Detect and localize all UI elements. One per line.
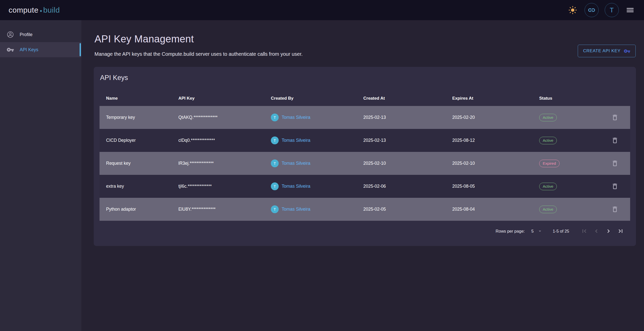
cell-api-key: QtAKQ.**************: [178, 115, 271, 120]
previous-page-button[interactable]: [590, 225, 602, 237]
delete-key-button[interactable]: [610, 112, 620, 123]
cell-created-by: T Tomas Silveira: [271, 182, 363, 190]
cell-status: Active: [539, 137, 600, 144]
chevron-right-icon: [605, 228, 612, 235]
first-page-button[interactable]: [578, 225, 590, 237]
card-title: API Keys: [100, 74, 630, 82]
column-header-created-at: Created At: [363, 96, 452, 101]
rows-per-page-select[interactable]: 5: [531, 228, 543, 234]
table-row: Temporary key QtAKQ.************** T Tom…: [100, 106, 630, 129]
cell-name: extra key: [106, 184, 178, 189]
create-api-key-button[interactable]: CREATE API KEY: [578, 45, 636, 57]
avatar: T: [271, 114, 279, 121]
sidebar-item-api-keys[interactable]: API Keys: [0, 42, 81, 57]
cell-expires-at: 2025-08-05: [452, 184, 539, 189]
cell-status: Expired: [539, 160, 600, 167]
status-badge: Active: [539, 206, 557, 213]
page-subtitle: Manage the API keys that the Compute.bui…: [94, 51, 644, 57]
cell-api-key: tjI6c.**************: [178, 184, 271, 189]
cell-name: CICD Deployer: [106, 138, 178, 143]
table-body: Temporary key QtAKQ.************** T Tom…: [100, 106, 630, 221]
created-by-link[interactable]: Tomas Silveira: [282, 138, 310, 143]
created-by-link[interactable]: Tomas Silveira: [282, 161, 310, 166]
status-badge: Active: [539, 114, 557, 121]
last-page-button[interactable]: [615, 225, 627, 237]
sidebar-item-profile[interactable]: Profile: [0, 27, 81, 42]
cell-status: Active: [539, 206, 600, 213]
api-keys-card: API Keys Name API Key Created By Created…: [94, 67, 636, 246]
avatar: T: [271, 205, 279, 213]
api-keys-table: Name API Key Created By Created At Expir…: [100, 91, 630, 221]
cell-expires-at: 2025-02-20: [452, 115, 539, 120]
delete-key-button[interactable]: [610, 158, 620, 169]
sidebar: Profile API Keys: [0, 20, 81, 331]
avatar: T: [271, 136, 279, 144]
top-navbar: compute build: [0, 0, 644, 20]
created-by-link[interactable]: Tomas Silveira: [282, 115, 310, 120]
cell-actions: [600, 112, 630, 123]
cell-expires-at: 2025-08-12: [452, 138, 539, 143]
logo-text-primary: compute: [9, 6, 39, 14]
column-header-created-by: Created By: [271, 96, 363, 101]
sun-icon: [568, 6, 577, 14]
delete-key-button[interactable]: [610, 181, 620, 191]
cell-api-key: clDq0.**************: [178, 138, 271, 143]
key-icon: [7, 46, 14, 53]
table-header-row: Name API Key Created By Created At Expir…: [100, 91, 630, 106]
status-badge: Active: [539, 183, 557, 190]
cell-actions: [600, 135, 630, 146]
delete-key-button[interactable]: [610, 204, 620, 214]
cell-created-at: 2025-02-05: [363, 207, 452, 212]
table-row: CICD Deployer clDq0.************** T Tom…: [100, 129, 630, 152]
table-row: Request key lR3ej.************** T Tomas…: [100, 152, 630, 175]
created-by-link[interactable]: Tomas Silveira: [282, 184, 310, 189]
last-page-icon: [617, 228, 624, 235]
theme-toggle-button[interactable]: [567, 4, 578, 16]
cell-actions: [600, 204, 630, 214]
cell-status: Active: [539, 183, 600, 190]
column-header-status: Status: [539, 96, 600, 101]
cell-api-key: lR3ej.**************: [178, 161, 271, 166]
table-row: Python adaptor ElU8Y.************** T To…: [100, 198, 630, 221]
trash-icon: [611, 206, 619, 213]
cell-status: Active: [539, 114, 600, 121]
menu-button[interactable]: [625, 6, 635, 15]
dropdown-caret-icon: [537, 228, 543, 234]
cell-created-at: 2025-02-13: [363, 138, 452, 143]
cell-created-at: 2025-02-06: [363, 184, 452, 189]
avatar: T: [271, 159, 279, 167]
rows-per-page-value: 5: [531, 229, 534, 234]
cell-created-at: 2025-02-10: [363, 161, 452, 166]
first-page-icon: [581, 228, 588, 235]
cell-expires-at: 2025-02-10: [452, 161, 539, 166]
navbar-actions: T: [567, 3, 635, 17]
key-icon: [624, 48, 630, 54]
cell-created-by: T Tomas Silveira: [271, 114, 363, 121]
cell-expires-at: 2025-08-04: [452, 207, 539, 212]
person-icon: [7, 31, 14, 38]
delete-key-button[interactable]: [610, 135, 620, 146]
column-header-expires-at: Expires At: [452, 96, 539, 101]
cell-created-by: T Tomas Silveira: [271, 136, 363, 144]
trash-icon: [611, 114, 619, 121]
main-content: API Key Management Manage the API keys t…: [81, 20, 644, 331]
sidebar-item-label: Profile: [20, 32, 33, 37]
create-api-key-label: CREATE API KEY: [583, 48, 621, 53]
user-avatar-button[interactable]: T: [605, 3, 619, 17]
cell-created-by: T Tomas Silveira: [271, 205, 363, 213]
pagination: Rows per page: 5 1-5 of 25: [100, 221, 630, 241]
status-badge: Expired: [539, 160, 560, 167]
cell-created-at: 2025-02-13: [363, 115, 452, 120]
next-page-button[interactable]: [602, 225, 615, 237]
column-header-name: Name: [106, 96, 178, 101]
trash-icon: [611, 160, 619, 167]
logo-text-accent: build: [43, 6, 60, 14]
created-by-link[interactable]: Tomas Silveira: [282, 207, 310, 212]
chevron-left-icon: [593, 228, 600, 235]
share-link-button[interactable]: [585, 3, 599, 17]
cell-name: Temporary key: [106, 115, 178, 120]
table-row: extra key tjI6c.************** T Tomas S…: [100, 175, 630, 198]
cell-actions: [600, 181, 630, 191]
app-logo: compute build: [9, 6, 60, 14]
sidebar-item-label: API Keys: [20, 47, 38, 52]
